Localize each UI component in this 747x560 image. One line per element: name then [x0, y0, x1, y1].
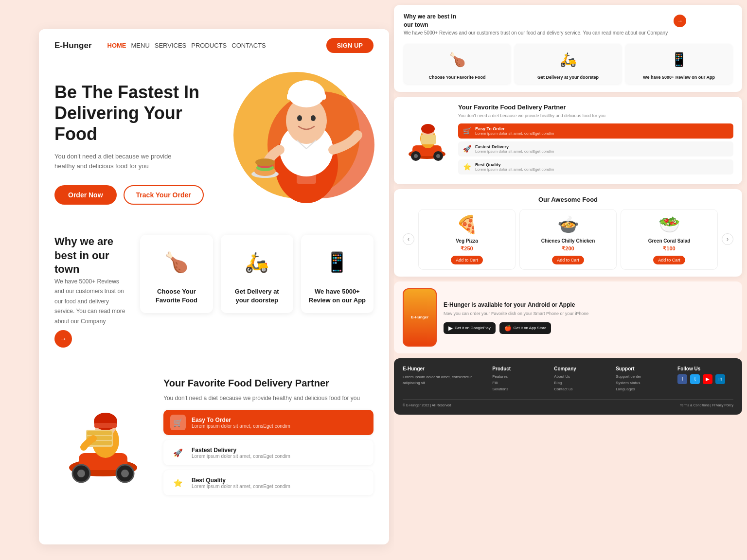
best-quality-icon: ⭐ — [170, 475, 186, 490]
youtube-icon[interactable]: ▶ — [703, 374, 712, 384]
why-desc: We have 5000+ Reviews and our customers … — [54, 277, 128, 326]
rp-delivery-img — [403, 116, 451, 165]
rp-why-header: Why we are best in our town We have 5000… — [404, 13, 732, 37]
rp-food-section: Our Awesome Food ‹ 🍕 Veg Pizza ₹250 Add … — [394, 189, 742, 277]
svg-point-17 — [77, 470, 85, 477]
footer-solutions[interactable]: Solutions — [492, 387, 548, 391]
footer-grid: E-Hunger Lorem ipsum dolor sit amet, con… — [403, 366, 733, 393]
food-item-3-img: 🥗 — [624, 214, 714, 235]
feature-best-quality: ⭐ Best Quality Lorem ipsum dolor sit ame… — [163, 470, 374, 495]
right-panel: Why we are best in our town We have 5000… — [394, 0, 747, 560]
footer: E-Hunger Lorem ipsum dolor sit amet, con… — [394, 358, 742, 415]
phone-brand-label: E-Hunger — [411, 315, 428, 319]
food-item-1-name: Veg Pizza — [422, 238, 512, 244]
footer-features[interactable]: Features — [492, 374, 548, 379]
why-card-3-label: We have 5000+ Review on our App — [309, 287, 366, 305]
twitter-icon[interactable]: t — [690, 374, 700, 384]
svg-rect-22 — [94, 423, 117, 428]
google-play-label: Get it on GooglePlay — [455, 326, 491, 330]
rp-easy-order: 🛒 Easy To Order Lorem ipsum dolor sit am… — [458, 123, 733, 139]
food-item-1-price: ₹250 — [422, 245, 512, 252]
google-play-button[interactable]: ▶ Get it on GooglePlay — [444, 322, 496, 334]
svg-point-31 — [414, 154, 418, 158]
why-arrow-button[interactable]: → — [54, 330, 72, 348]
fastest-delivery-icon: 🚀 — [170, 445, 186, 460]
footer-blog[interactable]: Blog — [554, 381, 610, 385]
app-store-button[interactable]: 🍎 Get it on App Store — [499, 322, 551, 334]
hero-subtitle: You don't need a diet because we provide… — [54, 152, 191, 172]
track-order-button[interactable]: Track Your Order — [124, 185, 204, 205]
food-item-3-name: Green Coral Salad — [624, 238, 714, 244]
carousel-next-button[interactable]: › — [722, 233, 733, 245]
delivery-section: Your Favorite Food Delivery Partner You … — [39, 367, 389, 512]
footer-status[interactable]: System status — [616, 381, 672, 385]
add-to-cart-3[interactable]: Add to Cart — [653, 256, 685, 264]
nav-home[interactable]: HOME — [107, 42, 126, 49]
svg-rect-36 — [421, 135, 436, 144]
fastest-title: Fastest Delivery — [192, 447, 290, 454]
rp-card-3: 📱 We have 5000+ Review on our App — [625, 44, 732, 85]
nav-products[interactable]: PRODUCTS — [191, 42, 227, 49]
food-item-3-price: ₹100 — [624, 245, 714, 252]
add-to-cart-1[interactable]: Add to Cart — [451, 256, 483, 264]
nav-menu[interactable]: MENU — [131, 42, 150, 49]
easy-order-title: Easy To Order — [192, 417, 290, 423]
footer-links[interactable]: Terms & Conditions | Privacy Policy — [680, 403, 733, 407]
nav-contacts[interactable]: CONTACTS — [231, 42, 266, 49]
brand-logo: E-Hunger — [54, 41, 92, 51]
footer-support-center[interactable]: Support center — [616, 374, 672, 379]
rp-why-text: Why we are best in our town We have 5000… — [404, 13, 668, 37]
food-item-1-img: 🍕 — [422, 214, 512, 235]
rider-illustration — [54, 390, 152, 487]
svg-rect-24 — [87, 431, 112, 435]
carousel-prev-button[interactable]: ‹ — [403, 233, 414, 245]
footer-about[interactable]: About Us — [554, 374, 610, 379]
app-buttons: ▶ Get it on GooglePlay 🍎 Get it on App S… — [444, 322, 733, 334]
rp-app-section: E-Hunger E-Hunger is available for your … — [394, 281, 742, 353]
quality-title: Best Quality — [192, 477, 290, 484]
main-panel: E-Hunger HOME MENU SERVICES PRODUCTS CON… — [39, 29, 389, 544]
delivery-title: Your Favorite Food Delivery Partner — [163, 377, 374, 389]
food-carousel: ‹ 🍕 Veg Pizza ₹250 Add to Cart 🍲 Chienes… — [403, 209, 733, 270]
rp-arrow-button[interactable]: → — [674, 15, 686, 27]
footer-product-col: Product Features Filli Solutions — [492, 366, 548, 393]
footer-social-title: Follow Us — [677, 366, 733, 371]
social-icons: f t ▶ in — [677, 374, 733, 384]
feature-fastest-text: Fastest Delivery Lorem ipsum dolor sit a… — [192, 447, 290, 459]
order-now-button[interactable]: Order Now — [54, 185, 117, 205]
add-to-cart-2[interactable]: Add to Cart — [552, 256, 584, 264]
why-title: Why we are best in our town — [54, 235, 128, 277]
svg-rect-12 — [297, 155, 316, 184]
navbar: E-Hunger HOME MENU SERVICES PRODUCTS CON… — [39, 29, 389, 62]
rp-quality-title: Best Quality — [475, 162, 554, 167]
linkedin-icon[interactable]: in — [715, 374, 725, 384]
footer-languages[interactable]: Languages — [616, 387, 672, 391]
rp-fastest-text: Fastest Delivery Lorem ipsum dolor sit a… — [475, 144, 554, 154]
footer-filli[interactable]: Filli — [492, 381, 548, 385]
footer-contact[interactable]: Contact us — [554, 387, 610, 391]
svg-point-18 — [121, 470, 129, 477]
why-card-3: 📱 We have 5000+ Review on our App — [301, 235, 374, 313]
why-card-1: 🍗 Choose Your Favorite Food — [140, 235, 213, 313]
facebook-icon[interactable]: f — [677, 374, 687, 384]
signup-button[interactable]: SIGN UP — [326, 38, 374, 53]
food-item-2: 🍲 Chienes Chilly Chicken ₹200 Add to Car… — [519, 209, 617, 270]
why-card-2: 🛵 Get Delivery at your doorstep — [221, 235, 293, 313]
nav-services[interactable]: SERVICES — [155, 42, 187, 49]
rp-app-content: E-Hunger is available for your Android o… — [444, 301, 733, 334]
svg-point-32 — [436, 154, 440, 158]
rp-card-3-label: We have 5000+ Review on our App — [629, 75, 729, 81]
rp-quality-text: Best Quality Lorem ipsum dolor sit amet,… — [475, 162, 554, 172]
rp-card-1-img: 🍗 — [443, 48, 472, 72]
footer-company-title: Company — [554, 366, 610, 371]
rp-why-desc: We have 5000+ Reviews and our customers … — [404, 29, 668, 37]
app-section-title: E-Hunger is available for your Android o… — [444, 301, 733, 309]
chef-illustration — [238, 67, 379, 218]
rp-card-3-img: 📱 — [664, 48, 694, 72]
nav-links-wrapper: HOME MENU SERVICES PRODUCTS CONTACTS — [107, 42, 326, 49]
copyright-text: © E-Hunger 2022 | All Reserved — [403, 403, 451, 407]
footer-support-title: Support — [616, 366, 672, 371]
rp-fastest-icon: 🚀 — [463, 145, 471, 153]
food-items: 🍕 Veg Pizza ₹250 Add to Cart 🍲 Chienes C… — [418, 209, 718, 270]
food-item-2-name: Chienes Chilly Chicken — [523, 238, 613, 244]
